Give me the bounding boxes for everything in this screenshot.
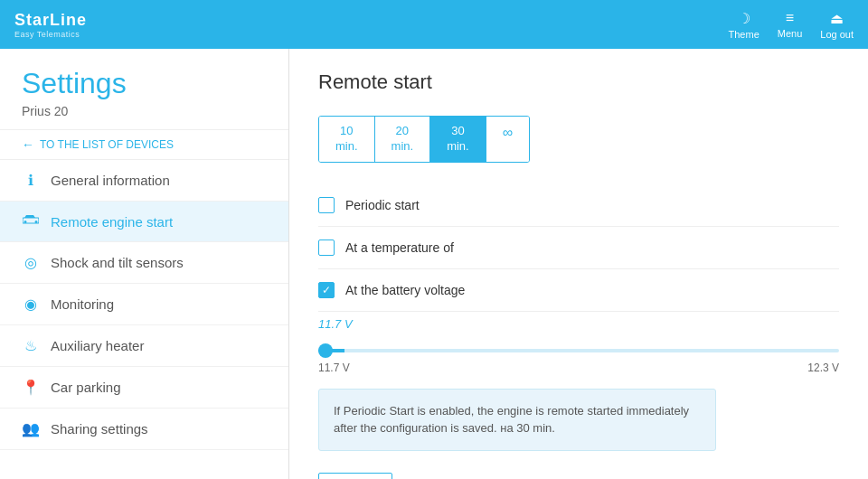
header-nav: ☽ Theme ≡ Menu ⏏ Log out	[729, 10, 854, 40]
duration-20-button[interactable]: 20 min.	[375, 117, 431, 162]
theme-nav-item[interactable]: ☽ Theme	[729, 10, 760, 40]
logout-icon: ⏏	[830, 10, 844, 27]
periodic-start-label: Periodic start	[345, 198, 420, 212]
duration-20-unit: min.	[392, 139, 414, 155]
sidebar-item-general[interactable]: ℹ General information	[0, 160, 288, 202]
logout-label: Log out	[820, 29, 854, 40]
sidebar-item-general-label: General information	[51, 173, 170, 188]
sidebar-item-shock-label: Shock and tilt sensors	[51, 255, 184, 270]
temperature-row: At a temperature of	[318, 227, 839, 269]
slider-max-label: 12.3 V	[807, 362, 839, 374]
logo-sub: Easy Telematics	[14, 30, 87, 39]
slider-labels: 11.7 V 12.3 V	[318, 362, 839, 374]
sidebar-item-sharing[interactable]: 👥 Sharing settings	[0, 409, 288, 450]
voltage-row: At the battery voltage	[318, 269, 839, 312]
menu-icon: ≡	[786, 10, 794, 26]
temperature-label: At a temperature of	[345, 240, 454, 255]
slider-min-label: 11.7 V	[318, 362, 350, 374]
logout-nav-item[interactable]: ⏏ Log out	[820, 10, 854, 40]
sidebar-item-monitoring-label: Monitoring	[51, 296, 114, 312]
sidebar-item-heater[interactable]: ♨ Auxiliary heater	[0, 325, 288, 367]
duration-10-value: 10	[335, 124, 358, 139]
save-button[interactable]: Save	[318, 473, 392, 479]
duration-10-unit: min.	[335, 139, 358, 155]
header: StarLine Easy Telematics ☽ Theme ≡ Menu …	[0, 0, 868, 49]
main-layout: Settings Prius 20 ← TO THE LIST OF DEVIC…	[0, 49, 868, 479]
sidebar-item-shock[interactable]: ◎ Shock and tilt sensors	[0, 242, 288, 284]
car-icon	[22, 213, 40, 230]
back-link-label: TO THE LIST OF DEVICES	[40, 138, 174, 151]
monitoring-icon: ◉	[22, 296, 40, 313]
periodic-start-row: Periodic start	[318, 184, 839, 227]
theme-label: Theme	[729, 29, 760, 40]
temperature-checkbox[interactable]	[318, 240, 335, 256]
duration-30-unit: min.	[447, 139, 469, 155]
menu-label: Menu	[778, 28, 803, 39]
voltage-slider[interactable]	[318, 349, 839, 352]
device-name: Prius 20	[0, 104, 288, 129]
sidebar-item-sharing-label: Sharing settings	[51, 421, 148, 437]
sidebar-item-remote-label: Remote engine start	[51, 214, 173, 230]
voltage-current-value: 11.7 V	[318, 317, 839, 331]
sensor-icon: ◎	[22, 254, 40, 271]
info-icon: ℹ	[22, 172, 40, 189]
duration-10-button[interactable]: 10 min.	[319, 117, 375, 162]
voltage-label: At the battery voltage	[345, 283, 465, 297]
sidebar-item-parking-label: Car parking	[51, 380, 121, 395]
duration-30-button[interactable]: 30 min.	[430, 117, 486, 162]
back-arrow-icon: ←	[22, 137, 34, 152]
duration-inf-button[interactable]: ∞	[486, 117, 529, 162]
settings-title: Settings	[0, 49, 288, 104]
logo: StarLine Easy Telematics	[14, 11, 87, 39]
sidebar-item-remote[interactable]: Remote engine start	[0, 202, 288, 242]
duration-inf-icon: ∞	[503, 124, 513, 143]
back-link[interactable]: ← TO THE LIST OF DEVICES	[0, 129, 288, 160]
voltage-slider-wrapper	[318, 340, 839, 356]
menu-nav-item[interactable]: ≡ Menu	[778, 10, 803, 39]
sharing-icon: 👥	[22, 420, 40, 437]
page-title: Remote start	[318, 70, 839, 94]
duration-buttons: 10 min. 20 min. 30 min. ∞	[318, 116, 530, 163]
sidebar-item-monitoring[interactable]: ◉ Monitoring	[0, 284, 288, 325]
theme-icon: ☽	[738, 10, 750, 27]
periodic-start-checkbox[interactable]	[318, 197, 335, 213]
info-box-text: If Periodic Start is enabled, the engine…	[334, 404, 689, 436]
duration-30-value: 30	[447, 124, 469, 139]
logo-name: StarLine	[14, 11, 87, 30]
sidebar-item-heater-label: Auxiliary heater	[51, 338, 144, 353]
sidebar-item-parking[interactable]: 📍 Car parking	[0, 367, 288, 409]
duration-20-value: 20	[392, 124, 414, 139]
sidebar: Settings Prius 20 ← TO THE LIST OF DEVIC…	[0, 49, 289, 479]
info-box: If Periodic Start is enabled, the engine…	[318, 389, 716, 451]
voltage-checkbox[interactable]	[318, 282, 335, 298]
heater-icon: ♨	[22, 337, 40, 354]
content-area: Remote start 10 min. 20 min. 30 min. ∞ P…	[289, 49, 868, 479]
parking-icon: 📍	[22, 379, 40, 396]
